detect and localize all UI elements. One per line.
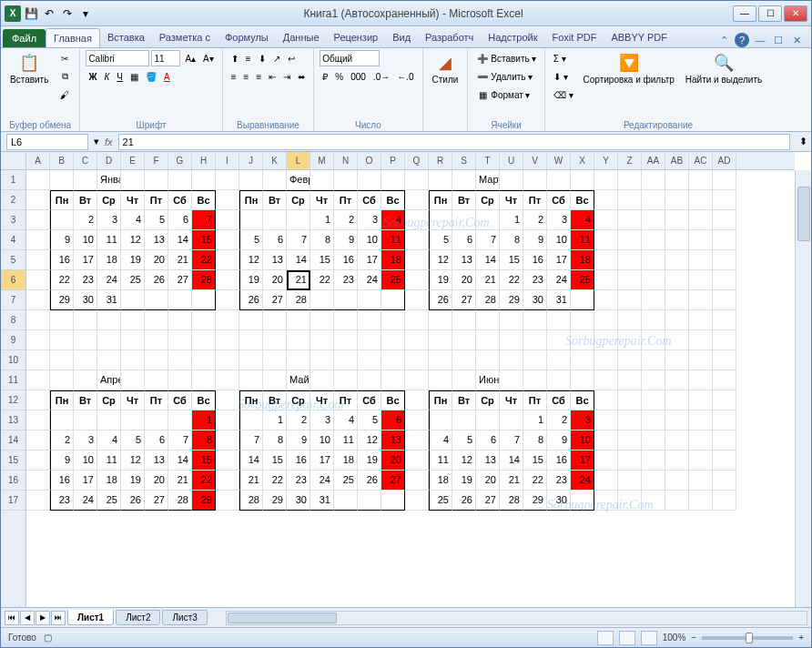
cell[interactable]: 8 bbox=[310, 230, 334, 250]
cell[interactable] bbox=[689, 230, 713, 250]
cell[interactable] bbox=[665, 170, 689, 190]
cell[interactable] bbox=[216, 451, 239, 471]
increase-indent-icon[interactable]: ⇥ bbox=[280, 68, 293, 85]
cell[interactable]: Вт bbox=[74, 390, 97, 410]
cell[interactable] bbox=[665, 491, 689, 511]
cell[interactable] bbox=[713, 451, 736, 471]
fill-button[interactable]: ⬇ ▾ bbox=[551, 68, 576, 85]
sheet-tab[interactable]: Лист2 bbox=[116, 610, 160, 625]
cell[interactable] bbox=[216, 210, 239, 230]
cell[interactable]: 24 bbox=[571, 471, 594, 491]
ribbon-tab-3[interactable]: Формулы bbox=[218, 28, 276, 47]
font-color-button[interactable]: A bbox=[161, 68, 173, 85]
column-header[interactable]: U bbox=[500, 152, 523, 169]
cell[interactable] bbox=[192, 290, 216, 310]
cell[interactable] bbox=[216, 170, 239, 190]
column-header[interactable]: J bbox=[239, 152, 263, 169]
cell[interactable]: 10 bbox=[571, 430, 594, 451]
cell[interactable]: 16 bbox=[334, 250, 358, 270]
cell[interactable]: 4 bbox=[571, 210, 594, 230]
cell[interactable] bbox=[594, 330, 618, 350]
cell[interactable]: 31 bbox=[547, 290, 571, 310]
cell[interactable] bbox=[523, 310, 547, 330]
italic-button[interactable]: К bbox=[101, 68, 112, 85]
cell[interactable]: 23 bbox=[74, 270, 97, 290]
cell[interactable]: 12 bbox=[121, 230, 145, 250]
cell[interactable] bbox=[689, 330, 713, 350]
cell[interactable]: 7 bbox=[239, 430, 263, 451]
cell[interactable]: Пт bbox=[523, 390, 547, 410]
cell[interactable] bbox=[239, 210, 263, 230]
cell[interactable] bbox=[216, 390, 239, 410]
cell[interactable] bbox=[713, 390, 736, 410]
cell[interactable] bbox=[665, 270, 689, 290]
decrease-decimal-icon[interactable]: ←.0 bbox=[394, 68, 416, 85]
cell[interactable] bbox=[216, 350, 239, 370]
delete-cells-button[interactable]: ➖Удалить ▾ bbox=[473, 68, 534, 85]
cell[interactable]: 29 bbox=[50, 290, 74, 310]
cell[interactable] bbox=[594, 471, 618, 491]
cell[interactable]: 29 bbox=[192, 491, 216, 511]
cell[interactable]: 18 bbox=[97, 471, 121, 491]
underline-button[interactable]: Ч bbox=[114, 68, 126, 85]
cell[interactable] bbox=[405, 210, 429, 230]
cell[interactable] bbox=[642, 491, 665, 511]
ribbon-tab-7[interactable]: Разработч bbox=[418, 28, 481, 47]
cell[interactable] bbox=[26, 330, 50, 350]
vertical-scroll-thumb[interactable] bbox=[797, 187, 810, 241]
cell[interactable]: 3 bbox=[97, 210, 121, 230]
wrap-text-button[interactable]: ↩ bbox=[285, 50, 298, 66]
column-header[interactable]: I bbox=[216, 152, 239, 169]
cell[interactable] bbox=[452, 310, 476, 330]
cell[interactable]: 12 bbox=[429, 250, 452, 270]
cell[interactable] bbox=[145, 370, 168, 390]
cell[interactable] bbox=[50, 410, 74, 430]
cell[interactable]: 18 bbox=[381, 250, 405, 270]
cell[interactable] bbox=[405, 250, 429, 270]
cell[interactable] bbox=[476, 210, 500, 230]
cell[interactable] bbox=[26, 190, 50, 210]
cell[interactable] bbox=[168, 410, 192, 430]
cell[interactable]: 19 bbox=[452, 471, 476, 491]
cell[interactable] bbox=[429, 350, 452, 370]
column-header[interactable]: Q bbox=[405, 152, 429, 169]
cell[interactable]: 20 bbox=[381, 451, 405, 471]
cell[interactable] bbox=[50, 350, 74, 370]
cell[interactable]: 12 bbox=[452, 451, 476, 471]
ribbon-tab-2[interactable]: Разметка с bbox=[152, 28, 218, 47]
cell[interactable] bbox=[310, 170, 334, 190]
cell[interactable] bbox=[74, 330, 97, 350]
sheet-nav-prev-icon[interactable]: ◀ bbox=[20, 611, 35, 625]
cell[interactable]: 11 bbox=[97, 230, 121, 250]
cell[interactable] bbox=[405, 190, 429, 210]
column-header[interactable]: O bbox=[358, 152, 381, 169]
cell[interactable] bbox=[26, 170, 50, 190]
minimize-ribbon-icon[interactable]: ⌃ bbox=[716, 33, 731, 47]
cell[interactable] bbox=[192, 370, 216, 390]
cell[interactable] bbox=[74, 410, 97, 430]
cell[interactable]: Вт bbox=[452, 390, 476, 410]
cell[interactable] bbox=[713, 410, 736, 430]
cell[interactable] bbox=[74, 370, 97, 390]
ribbon-tab-6[interactable]: Вид bbox=[385, 28, 418, 47]
column-header[interactable]: K bbox=[263, 152, 287, 169]
doc-minimize-icon[interactable]: — bbox=[753, 33, 767, 47]
cell[interactable] bbox=[216, 471, 239, 491]
percent-icon[interactable]: % bbox=[332, 68, 346, 85]
column-header[interactable]: AB bbox=[665, 152, 689, 169]
row-header[interactable]: 10 bbox=[1, 350, 25, 370]
row-header[interactable]: 16 bbox=[1, 471, 25, 491]
cell[interactable] bbox=[121, 310, 145, 330]
cell[interactable] bbox=[145, 350, 168, 370]
border-button[interactable]: ▦ bbox=[127, 68, 141, 85]
cell[interactable] bbox=[216, 250, 239, 270]
cell[interactable] bbox=[618, 471, 642, 491]
cell[interactable] bbox=[358, 370, 381, 390]
cell[interactable]: 21 bbox=[287, 270, 310, 290]
cell[interactable] bbox=[405, 290, 429, 310]
column-header[interactable]: H bbox=[192, 152, 216, 169]
row-header[interactable]: 5 bbox=[1, 250, 25, 270]
cell[interactable]: 2 bbox=[334, 210, 358, 230]
cell[interactable]: Чт bbox=[310, 190, 334, 210]
cell[interactable] bbox=[429, 210, 452, 230]
